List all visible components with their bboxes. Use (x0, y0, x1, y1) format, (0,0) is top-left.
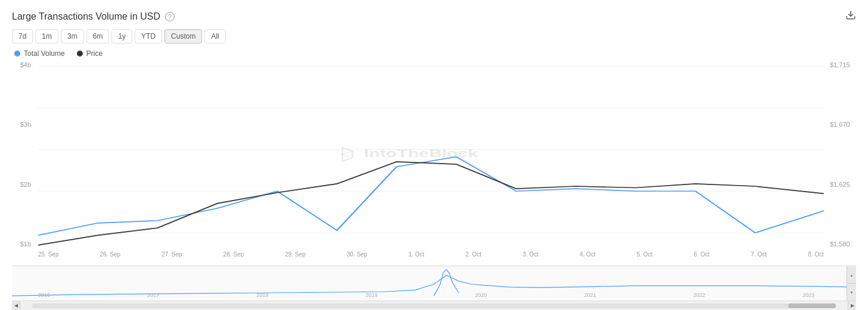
x-label-7: 2. Oct (465, 251, 481, 258)
filter-all[interactable]: All (204, 29, 225, 43)
download-icon[interactable] (845, 10, 856, 23)
chart-svg: IntoTheBlock (38, 61, 824, 248)
scroll-right-icon: ▶ (851, 303, 854, 308)
legend-total-volume: Total Volume (14, 49, 65, 58)
x-label-0: 25. Sep (38, 251, 58, 258)
legend-label-price: Price (86, 49, 102, 58)
x-label-4: 29. Sep (285, 251, 305, 258)
y-label-4b: $4b (12, 61, 36, 68)
scroll-handle[interactable]: ▲ ▼ (847, 267, 856, 300)
svg-text:IntoTheBlock: IntoTheBlock (364, 148, 478, 159)
y-axis-right: $1,715 $1,670 $1,625 $1,580 (826, 61, 856, 248)
mini-year-2018: 2018 (257, 292, 269, 298)
scroll-track (32, 303, 836, 308)
filter-7d[interactable]: 7d (12, 29, 33, 43)
scroll-up[interactable]: ▲ (847, 267, 856, 284)
scroll-left-btn[interactable]: ◀ (12, 301, 20, 310)
filter-1m[interactable]: 1m (35, 29, 58, 43)
help-icon[interactable]: ? (165, 12, 175, 21)
main-container: Large Transactions Volume in USD ? 7d 1m… (0, 0, 868, 310)
legend-label-volume: Total Volume (24, 49, 65, 58)
chart-svg-container: IntoTheBlock (38, 61, 824, 248)
filter-ytd[interactable]: YTD (135, 29, 162, 43)
filter-custom[interactable]: Custom (164, 29, 202, 43)
mini-year-2019: 2019 (366, 292, 378, 298)
x-label-9: 4. Oct (580, 251, 596, 258)
y-label-2b: $2b (12, 181, 36, 188)
chart-legend: Total Volume Price (14, 49, 856, 58)
y-label-1625: $1,625 (826, 181, 856, 188)
y-label-3b: $3b (12, 121, 36, 128)
mini-year-2017: 2017 (147, 292, 159, 298)
x-label-6: 1. Oct (409, 251, 425, 258)
mini-year-2020: 2020 (475, 292, 487, 298)
scroll-left-icon: ◀ (14, 303, 18, 308)
title-row: Large Transactions Volume in USD ? (12, 11, 175, 22)
y-axis-left: $4b $3b $2b $1b (12, 61, 36, 248)
y-label-1670: $1,670 (826, 121, 856, 128)
x-label-5: 30. Sep (347, 251, 367, 258)
scroll-right-btn[interactable]: ▶ (848, 301, 856, 310)
filter-1y[interactable]: 1y (111, 29, 132, 43)
filter-3m[interactable]: 3m (61, 29, 84, 43)
x-axis: 25. Sep 26. Sep 27. Sep 28. Sep 29. Sep … (38, 248, 824, 265)
x-label-1: 26. Sep (100, 251, 120, 258)
mini-year-2022: 2022 (693, 292, 705, 298)
x-label-13: 8. Oct (808, 251, 824, 258)
volume-line (38, 157, 824, 236)
x-label-8: 3. Oct (522, 251, 539, 258)
time-filters: 7d 1m 3m 6m 1y YTD Custom All (12, 29, 856, 43)
legend-dot-volume (14, 51, 20, 57)
y-label-1715: $1,715 (826, 61, 856, 68)
mini-year-2021: 2021 (584, 292, 596, 298)
legend-dot-price (77, 51, 83, 57)
mini-year-2023: 2023 (802, 292, 814, 298)
x-label-12: 7. Oct (751, 251, 767, 258)
scroll-thumb[interactable] (788, 303, 836, 308)
mini-year-2016: 2016 (38, 292, 50, 298)
chart-title: Large Transactions Volume in USD (12, 11, 160, 22)
scrollbar-area: ◀ ▶ (12, 300, 856, 310)
main-chart: $4b $3b $2b $1b $1,715 $1,670 $1,625 $1,… (12, 61, 856, 266)
legend-price: Price (77, 49, 102, 58)
y-label-1b: $1b (12, 240, 36, 248)
header: Large Transactions Volume in USD ? (12, 10, 856, 23)
scroll-down[interactable]: ▼ (847, 284, 856, 300)
mini-chart: 2016 2017 2018 2019 2020 2021 2022 2023 … (12, 266, 856, 300)
y-label-1580: $1,580 (826, 240, 856, 248)
x-label-2: 27. Sep (161, 251, 182, 258)
chart-area: $4b $3b $2b $1b $1,715 $1,670 $1,625 $1,… (12, 61, 856, 310)
x-label-3: 28. Sep (223, 251, 244, 258)
mini-year-labels: 2016 2017 2018 2019 2020 2021 2022 2023 (38, 292, 814, 298)
x-label-11: 6. Oct (694, 251, 710, 258)
x-label-10: 5. Oct (637, 251, 653, 258)
filter-6m[interactable]: 6m (86, 29, 110, 43)
